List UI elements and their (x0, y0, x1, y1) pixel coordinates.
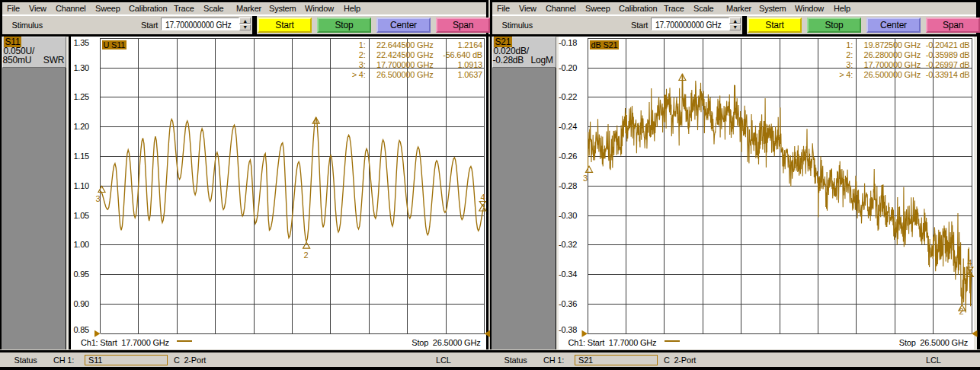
svg-text:3: 3 (583, 174, 588, 183)
svg-text:2: 2 (959, 307, 964, 316)
svg-text:4: 4 (968, 258, 972, 267)
